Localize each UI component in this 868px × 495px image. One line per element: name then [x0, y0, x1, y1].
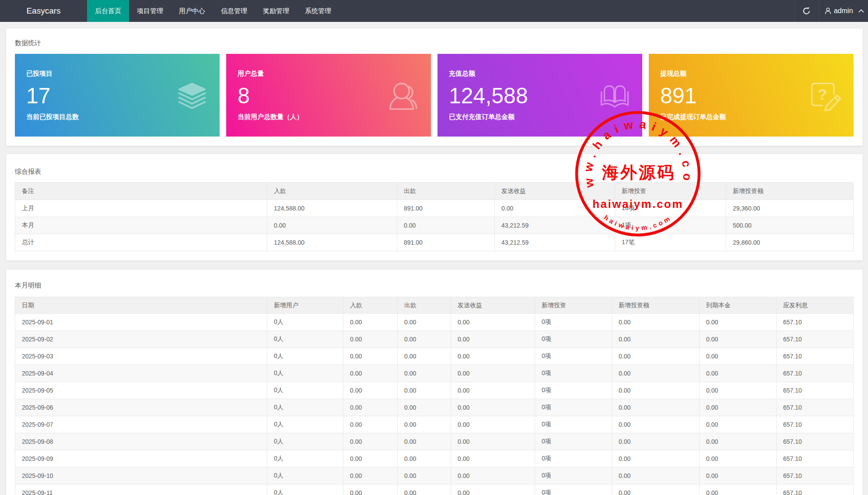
svg-text:海外源码: 海外源码 [602, 163, 676, 182]
svg-text:?: ? [818, 86, 827, 103]
svg-text:haiwaiym.com: haiwaiym.com [592, 197, 683, 211]
